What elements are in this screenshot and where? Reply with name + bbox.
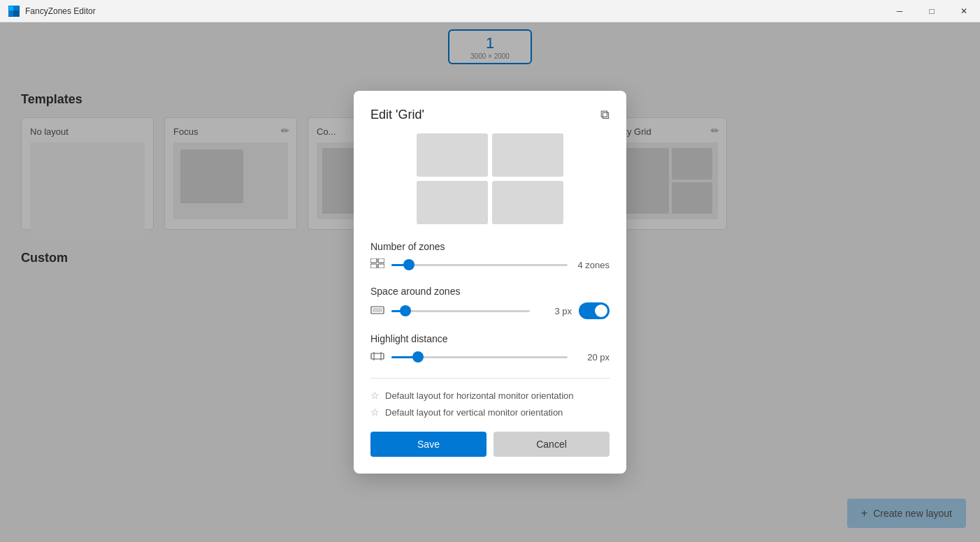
space-value: 3 px bbox=[537, 306, 572, 316]
highlight-slider-track bbox=[391, 356, 568, 358]
cancel-button[interactable]: Cancel bbox=[493, 432, 610, 457]
highlight-slider-container[interactable] bbox=[391, 350, 568, 364]
preview-cell-1 bbox=[417, 133, 488, 177]
edit-grid-modal: Edit 'Grid' ⧉ Number of zones bbox=[354, 91, 626, 474]
highlight-icon bbox=[370, 351, 384, 363]
modal-buttons: Save Cancel bbox=[370, 432, 610, 457]
svg-rect-4 bbox=[370, 258, 377, 263]
zones-slider-track bbox=[391, 264, 568, 266]
highlight-control: 20 px bbox=[370, 350, 610, 364]
space-label: Space around zones bbox=[370, 286, 610, 297]
horizontal-default-label: Default layout for horizontal monitor or… bbox=[385, 390, 574, 401]
space-toggle[interactable] bbox=[579, 302, 610, 319]
svg-rect-2 bbox=[9, 12, 13, 16]
preview-cell-4 bbox=[492, 181, 563, 224]
star-vertical-icon: ☆ bbox=[370, 406, 380, 418]
svg-rect-9 bbox=[373, 308, 382, 312]
maximize-button[interactable]: □ bbox=[916, 0, 948, 22]
zones-slider-container[interactable] bbox=[391, 258, 568, 272]
space-slider-track bbox=[391, 310, 530, 312]
preview-cell-2 bbox=[492, 133, 563, 177]
svg-rect-1 bbox=[15, 6, 19, 10]
highlight-value: 20 px bbox=[575, 352, 610, 362]
preview-cell-3 bbox=[417, 181, 488, 224]
zones-value: 4 zones bbox=[575, 260, 610, 270]
divider bbox=[370, 378, 610, 379]
copy-icon[interactable]: ⧉ bbox=[600, 108, 610, 122]
app-icon bbox=[8, 6, 20, 17]
zones-label: Number of zones bbox=[370, 241, 610, 252]
svg-rect-10 bbox=[371, 353, 384, 359]
highlight-setting: Highlight distance 20 px bbox=[370, 333, 610, 364]
modal-header: Edit 'Grid' ⧉ bbox=[370, 108, 610, 122]
title-bar: FancyZones Editor ─ □ ✕ bbox=[0, 0, 980, 22]
space-slider-thumb[interactable] bbox=[400, 305, 411, 316]
modal-title: Edit 'Grid' bbox=[370, 108, 424, 122]
vertical-default-label: Default layout for vertical monitor orie… bbox=[385, 407, 563, 418]
svg-rect-0 bbox=[9, 6, 13, 10]
highlight-slider-thumb[interactable] bbox=[412, 351, 424, 362]
horizontal-default-option[interactable]: ☆ Default layout for horizontal monitor … bbox=[370, 390, 610, 401]
svg-rect-7 bbox=[378, 264, 384, 268]
space-control: 3 px bbox=[370, 302, 610, 319]
svg-rect-3 bbox=[15, 12, 19, 16]
svg-rect-6 bbox=[370, 264, 377, 268]
minimize-button[interactable]: ─ bbox=[884, 0, 916, 22]
space-setting: Space around zones 3 px bbox=[370, 286, 610, 319]
main-content: 1 3000 × 2000 Templates No layout Focus … bbox=[0, 22, 980, 542]
zones-icon bbox=[370, 258, 384, 271]
save-button[interactable]: Save bbox=[370, 432, 487, 457]
svg-rect-5 bbox=[378, 258, 384, 263]
app-title: FancyZones Editor bbox=[25, 6, 96, 16]
space-icon bbox=[370, 305, 384, 317]
toggle-thumb bbox=[595, 305, 607, 317]
zones-slider-thumb[interactable] bbox=[403, 259, 415, 270]
close-button[interactable]: ✕ bbox=[948, 0, 980, 22]
modal-grid-preview bbox=[417, 133, 563, 224]
vertical-default-option[interactable]: ☆ Default layout for vertical monitor or… bbox=[370, 406, 610, 418]
star-horizontal-icon: ☆ bbox=[370, 390, 380, 401]
highlight-label: Highlight distance bbox=[370, 333, 610, 344]
zones-control: 4 zones bbox=[370, 258, 610, 272]
space-slider-container[interactable] bbox=[391, 304, 530, 318]
window-controls[interactable]: ─ □ ✕ bbox=[884, 0, 980, 22]
zones-setting: Number of zones 4 zones bbox=[370, 241, 610, 272]
